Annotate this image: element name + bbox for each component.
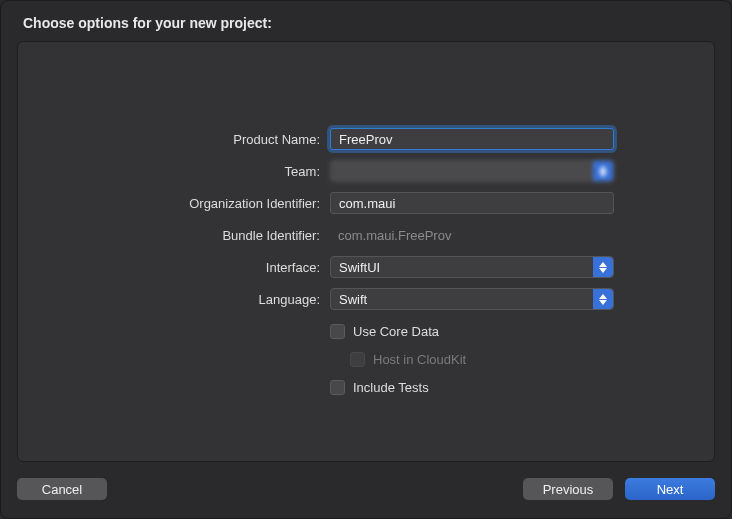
cancel-button[interactable]: Cancel [17, 478, 107, 500]
chevron-up-down-icon [593, 289, 613, 309]
chevron-up-down-icon [593, 161, 613, 181]
include-tests-checkbox[interactable] [330, 380, 345, 395]
language-value: Swift [339, 292, 367, 307]
team-label: Team: [38, 164, 320, 179]
sheet-title: Choose options for your new project: [17, 15, 715, 31]
org-identifier-input[interactable] [330, 192, 614, 214]
host-cloudkit-checkbox [350, 352, 365, 367]
interface-label: Interface: [38, 260, 320, 275]
options-form: Product Name: Team: Organization Identif… [18, 128, 714, 398]
language-label: Language: [38, 292, 320, 307]
chevron-up-down-icon [593, 257, 613, 277]
org-identifier-label: Organization Identifier: [38, 196, 320, 211]
use-core-data-label: Use Core Data [353, 324, 439, 339]
interface-value: SwiftUI [339, 260, 380, 275]
include-tests-label: Include Tests [353, 380, 429, 395]
team-popup[interactable] [330, 160, 614, 182]
use-core-data-checkbox[interactable] [330, 324, 345, 339]
host-cloudkit-label: Host in CloudKit [373, 352, 466, 367]
product-name-label: Product Name: [38, 132, 320, 147]
footer-buttons: Cancel Previous Next [17, 462, 715, 504]
new-project-options-sheet: Choose options for your new project: Pro… [0, 0, 732, 519]
bundle-identifier-value: com.maui.FreeProv [330, 224, 451, 246]
options-panel: Product Name: Team: Organization Identif… [17, 41, 715, 462]
product-name-input[interactable] [330, 128, 614, 150]
previous-button[interactable]: Previous [523, 478, 613, 500]
next-button[interactable]: Next [625, 478, 715, 500]
language-popup[interactable]: Swift [330, 288, 614, 310]
interface-popup[interactable]: SwiftUI [330, 256, 614, 278]
bundle-identifier-label: Bundle Identifier: [38, 228, 320, 243]
